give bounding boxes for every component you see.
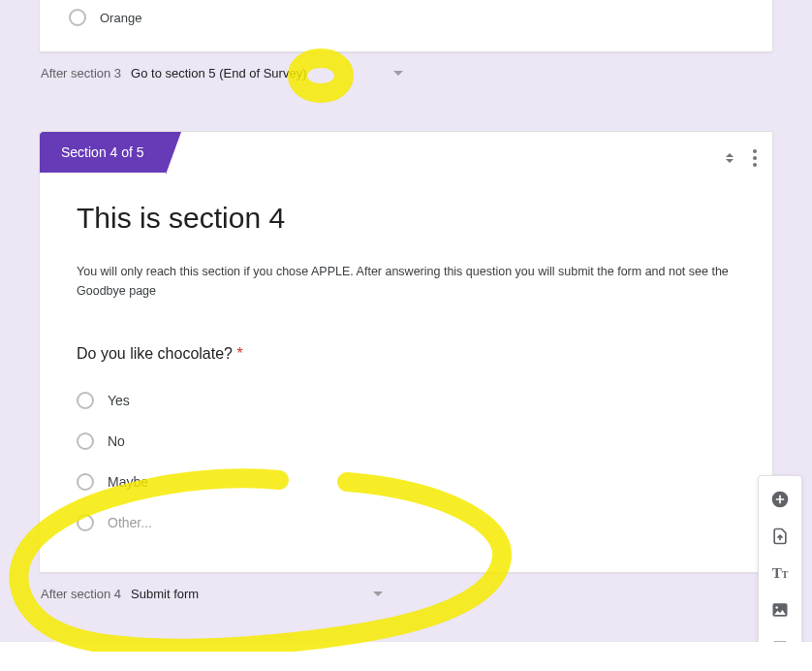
chevron-down-icon [726,159,734,163]
add-title-button[interactable]: TT [763,556,797,591]
chevron-up-icon [726,153,734,157]
radio-option[interactable]: Maybe [77,462,735,502]
section-menu-button[interactable] [747,144,759,173]
radio-icon [69,9,86,26]
radio-icon [77,432,94,450]
option-label: Orange [100,11,141,25]
after-section-4-row: After section 4 Submit form [39,577,773,611]
section3-partial-card: Orange [39,0,773,52]
page-bottom-strip [0,642,812,671]
image-icon [770,600,790,620]
option-label: No [108,433,125,449]
select-text: Submit form [131,587,199,601]
question-text: Do you like chocolate? [77,345,233,362]
section-description[interactable]: You will only reach this section if you … [77,262,735,301]
after-section-3-select[interactable]: Go to section 5 (End of Survey) [131,66,403,80]
radio-icon [77,514,94,531]
plus-circle-icon [770,490,790,509]
section-badge: Section 4 of 5 [40,132,166,173]
radio-icon [77,473,94,491]
option-label: Maybe [108,474,148,490]
after-section-label: After section 4 [41,587,121,601]
caret-down-icon [393,71,403,76]
add-question-button[interactable] [763,482,797,517]
section-title[interactable]: This is section 4 [77,202,735,235]
after-section-label: After section 3 [41,66,121,80]
select-text: Go to section 5 (End of Survey) [131,66,306,80]
collapse-toggle[interactable] [726,153,734,163]
add-image-button[interactable] [763,592,797,627]
radio-option-other[interactable]: Other... [77,502,735,543]
radio-icon [77,392,94,409]
radio-option[interactable]: No [77,421,735,462]
import-icon [770,527,790,546]
radio-option[interactable]: Yes [77,380,735,421]
caret-down-icon [373,591,383,596]
radio-option[interactable]: Orange [69,1,743,34]
required-asterisk: * [236,345,242,362]
question-title[interactable]: Do you like chocolate? * [77,345,735,363]
after-section-3-row: After section 3 Go to section 5 (End of … [39,56,773,90]
option-label-other: Other... [108,515,152,530]
section-4-card: Section 4 of 5 This is section 4 You wil… [39,131,773,573]
section-badge-text: Section 4 of 5 [61,144,144,160]
after-section-4-select[interactable]: Submit form [131,587,383,601]
text-icon: TT [772,565,789,582]
svg-point-1 [775,606,778,609]
option-label: Yes [108,393,130,408]
import-questions-button[interactable] [763,519,797,554]
